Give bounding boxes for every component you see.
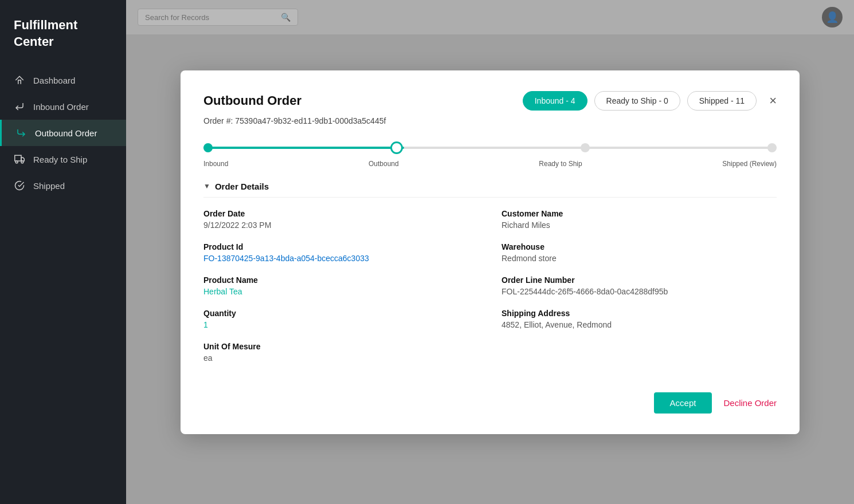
detail-label-customer-name: Customer Name — [502, 209, 777, 218]
detail-label-unit-of-mesure: Unit Of Mesure — [203, 342, 479, 351]
detail-label-order-line-number: Order Line Number — [502, 275, 777, 285]
inbound-icon — [14, 101, 25, 112]
sidebar-label-inbound-order: Inbound Order — [33, 102, 89, 112]
step-label-shipped-review: Shipped (Review) — [722, 160, 777, 168]
modal-footer: Accept Decline Order — [203, 387, 777, 414]
detail-label-quantity: Quantity — [203, 309, 479, 318]
sidebar-label-outbound-order: Outbound Order — [35, 128, 97, 138]
badge-inbound[interactable]: Inbound - 4 — [523, 91, 587, 111]
order-number: Order #: 75390a47-9b32-ed11-9db1-000d3a5… — [203, 116, 777, 125]
detail-label-warehouse: Warehouse — [502, 242, 777, 251]
step-label-inbound: Inbound — [203, 160, 228, 168]
svg-marker-1 — [21, 158, 24, 161]
sidebar-item-outbound-order[interactable]: Outbound Order — [0, 120, 126, 146]
outbound-icon — [15, 127, 27, 139]
app-title: Fulfillment Center — [0, 11, 126, 67]
modal-title: Outbound Order — [203, 93, 301, 108]
step-dot-inbound — [203, 143, 213, 152]
detail-label-shipping-address: Shipping Address — [502, 309, 777, 318]
sidebar-label-dashboard: Dashboard — [33, 76, 75, 85]
detail-value-unit-of-mesure: ea — [203, 353, 479, 363]
detail-customer-name: Customer Name Richard Miles — [502, 209, 777, 230]
step-dot-outbound — [390, 141, 403, 154]
step-label-outbound: Outbound — [369, 160, 399, 168]
decline-button[interactable]: Decline Order — [723, 398, 777, 408]
svg-point-2 — [15, 161, 18, 163]
sidebar-item-shipped[interactable]: Shipped — [0, 172, 126, 199]
detail-shipping-address: Shipping Address 4852, Elliot, Avenue, R… — [502, 309, 777, 329]
detail-unit-of-mesure: Unit Of Mesure ea — [203, 342, 479, 363]
accept-button[interactable]: Accept — [654, 392, 712, 414]
detail-value-warehouse: Redmond store — [502, 254, 777, 263]
home-icon — [14, 74, 25, 86]
ready-icon — [14, 153, 25, 165]
order-details-toggle[interactable]: ▼ Order Details — [203, 182, 777, 198]
modal-overlay: Outbound Order Inbound - 4 Ready to Ship… — [126, 0, 854, 504]
detail-value-product-id[interactable]: FO-13870425-9a13-4bda-a054-bcecca6c3033 — [203, 254, 479, 263]
step-labels: Inbound Outbound Ready to Ship Shipped (… — [203, 160, 777, 168]
details-left: Order Date 9/12/2022 2:03 PM Product Id … — [203, 209, 479, 375]
sidebar-nav: Dashboard Inbound Order Outbound Order R… — [0, 67, 126, 199]
sidebar-item-ready-to-ship[interactable]: Ready to Ship — [0, 146, 126, 172]
order-number-label: Order #: — [203, 116, 233, 125]
svg-point-3 — [21, 161, 23, 163]
detail-value-quantity: 1 — [203, 320, 479, 329]
detail-product-name: Product Name Herbal Tea — [203, 275, 479, 296]
step-dot-ready-to-ship — [581, 143, 590, 152]
sidebar-label-ready-to-ship: Ready to Ship — [33, 155, 87, 164]
sidebar: Fulfillment Center Dashboard Inbound Ord… — [0, 0, 126, 504]
step-dot-shipped-review — [767, 143, 777, 152]
shipped-icon — [14, 180, 25, 191]
chevron-down-icon: ▼ — [203, 182, 210, 190]
modal-badges: Inbound - 4 Ready to Ship - 0 Shipped - … — [523, 91, 777, 111]
order-number-value: 75390a47-9b32-ed11-9db1-000d3a5c445f — [235, 116, 386, 125]
progress-track — [203, 139, 777, 156]
sidebar-item-inbound-order[interactable]: Inbound Order — [0, 93, 126, 120]
detail-product-id: Product Id FO-13870425-9a13-4bda-a054-bc… — [203, 242, 479, 263]
sidebar-item-dashboard[interactable]: Dashboard — [0, 67, 126, 93]
detail-value-order-line-number: FOL-225444dc-26f5-4666-8da0-0ac4288df95b — [502, 287, 777, 296]
detail-value-customer-name: Richard Miles — [502, 220, 777, 230]
step-label-ready-to-ship: Ready to Ship — [539, 160, 582, 168]
detail-quantity: Quantity 1 — [203, 309, 479, 329]
detail-warehouse: Warehouse Redmond store — [502, 242, 777, 263]
details-right: Customer Name Richard Miles Warehouse Re… — [502, 209, 777, 375]
section-label: Order Details — [215, 182, 269, 191]
detail-value-product-name: Herbal Tea — [203, 287, 479, 296]
detail-order-line-number: Order Line Number FOL-225444dc-26f5-4666… — [502, 275, 777, 296]
detail-order-date: Order Date 9/12/2022 2:03 PM — [203, 209, 479, 230]
details-grid: Order Date 9/12/2022 2:03 PM Product Id … — [203, 209, 777, 375]
sidebar-label-shipped: Shipped — [33, 181, 65, 191]
close-button[interactable]: × — [769, 94, 777, 107]
svg-rect-0 — [15, 155, 21, 161]
progress-section: Inbound Outbound Ready to Ship Shipped (… — [203, 139, 777, 168]
modal-header: Outbound Order Inbound - 4 Ready to Ship… — [203, 91, 777, 111]
main-area: 🔍 👤 Outbound Order Inbound - 4 Ready to … — [126, 0, 854, 504]
progress-steps — [203, 141, 777, 154]
detail-value-order-date: 9/12/2022 2:03 PM — [203, 220, 479, 230]
badge-shipped[interactable]: Shipped - 11 — [687, 91, 757, 111]
detail-label-order-date: Order Date — [203, 209, 479, 218]
modal: Outbound Order Inbound - 4 Ready to Ship… — [181, 70, 800, 434]
detail-label-product-name: Product Name — [203, 275, 479, 285]
detail-value-shipping-address: 4852, Elliot, Avenue, Redmond — [502, 320, 777, 329]
detail-label-product-id: Product Id — [203, 242, 479, 251]
badge-ready-to-ship[interactable]: Ready to Ship - 0 — [594, 91, 680, 111]
